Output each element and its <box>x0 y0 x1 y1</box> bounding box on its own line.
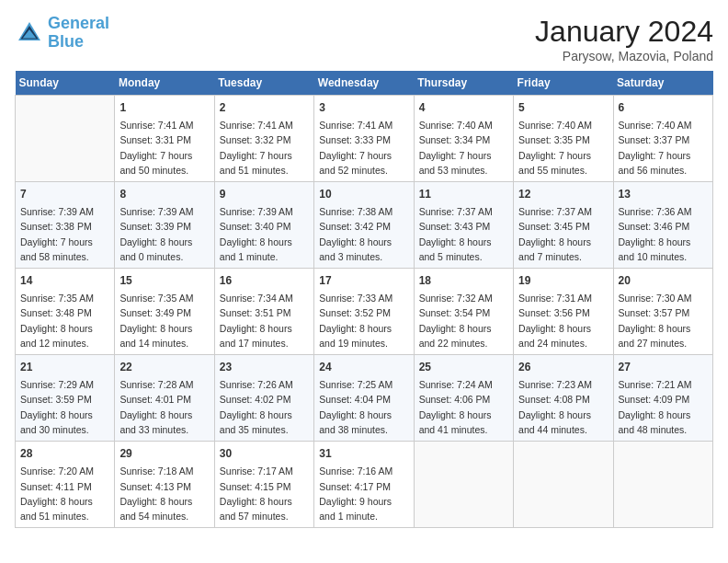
day-info: Sunrise: 7:17 AMSunset: 4:15 PMDaylight:… <box>220 464 309 523</box>
calendar-day-cell <box>414 442 513 528</box>
calendar-day-cell: 18Sunrise: 7:32 AMSunset: 3:54 PMDayligh… <box>414 269 513 355</box>
location-title: Parysow, Mazovia, Poland <box>535 49 713 63</box>
weekday-header: Friday <box>514 71 613 96</box>
day-info: Sunrise: 7:39 AMSunset: 3:40 PMDaylight:… <box>220 204 309 264</box>
day-number: 10 <box>319 186 408 202</box>
calendar-day-cell: 1Sunrise: 7:41 AMSunset: 3:31 PMDaylight… <box>115 96 214 182</box>
calendar-week-row: 7Sunrise: 7:39 AMSunset: 3:38 PMDaylight… <box>16 182 713 269</box>
day-number: 1 <box>119 99 209 116</box>
day-info: Sunrise: 7:37 AMSunset: 3:45 PMDaylight:… <box>518 204 608 264</box>
calendar-day-cell <box>613 442 712 528</box>
day-info: Sunrise: 7:23 AMSunset: 4:08 PMDaylight:… <box>518 377 608 437</box>
day-info: Sunrise: 7:38 AMSunset: 3:42 PMDaylight:… <box>319 204 408 264</box>
day-info: Sunrise: 7:21 AMSunset: 4:09 PMDaylight:… <box>619 377 708 437</box>
day-number: 4 <box>419 99 508 116</box>
day-number: 22 <box>119 359 209 375</box>
calendar-week-row: 1Sunrise: 7:41 AMSunset: 3:31 PMDaylight… <box>16 96 713 182</box>
day-info: Sunrise: 7:36 AMSunset: 3:46 PMDaylight:… <box>619 204 708 264</box>
calendar-day-cell: 7Sunrise: 7:39 AMSunset: 3:38 PMDaylight… <box>16 182 115 269</box>
calendar-day-cell: 17Sunrise: 7:33 AMSunset: 3:52 PMDayligh… <box>314 269 414 355</box>
month-title: January 2024 <box>535 15 713 49</box>
day-number: 8 <box>119 186 209 202</box>
calendar-day-cell <box>16 96 115 182</box>
day-number: 20 <box>619 272 708 289</box>
calendar-day-cell: 27Sunrise: 7:21 AMSunset: 4:09 PMDayligh… <box>613 355 712 442</box>
weekday-header: Saturday <box>613 71 712 96</box>
day-number: 27 <box>619 359 708 375</box>
calendar-day-cell: 31Sunrise: 7:16 AMSunset: 4:17 PMDayligh… <box>314 442 414 528</box>
day-info: Sunrise: 7:39 AMSunset: 3:38 PMDaylight:… <box>20 204 109 264</box>
day-number: 23 <box>220 359 309 375</box>
calendar-day-cell: 23Sunrise: 7:26 AMSunset: 4:02 PMDayligh… <box>214 355 313 442</box>
day-number: 9 <box>220 186 309 202</box>
day-number: 24 <box>319 359 408 375</box>
calendar-day-cell: 6Sunrise: 7:40 AMSunset: 3:37 PMDaylight… <box>613 96 712 182</box>
day-number: 19 <box>518 272 608 289</box>
day-info: Sunrise: 7:35 AMSunset: 3:48 PMDaylight:… <box>20 291 109 350</box>
day-info: Sunrise: 7:40 AMSunset: 3:37 PMDaylight:… <box>619 118 708 178</box>
day-info: Sunrise: 7:20 AMSunset: 4:11 PMDaylight:… <box>20 464 109 523</box>
calendar-day-cell: 28Sunrise: 7:20 AMSunset: 4:11 PMDayligh… <box>16 442 115 528</box>
calendar-day-cell: 10Sunrise: 7:38 AMSunset: 3:42 PMDayligh… <box>314 182 414 269</box>
calendar-day-cell: 8Sunrise: 7:39 AMSunset: 3:39 PMDaylight… <box>115 182 214 269</box>
calendar-day-cell: 19Sunrise: 7:31 AMSunset: 3:56 PMDayligh… <box>514 269 613 355</box>
weekday-header: Tuesday <box>214 71 313 96</box>
calendar-day-cell: 3Sunrise: 7:41 AMSunset: 3:33 PMDaylight… <box>314 96 414 182</box>
day-info: Sunrise: 7:32 AMSunset: 3:54 PMDaylight:… <box>419 291 508 350</box>
day-info: Sunrise: 7:41 AMSunset: 3:33 PMDaylight:… <box>319 118 408 178</box>
day-number: 26 <box>518 359 608 375</box>
day-number: 2 <box>220 99 309 116</box>
day-info: Sunrise: 7:31 AMSunset: 3:56 PMDaylight:… <box>518 291 608 350</box>
calendar-day-cell: 5Sunrise: 7:40 AMSunset: 3:35 PMDaylight… <box>514 96 613 182</box>
calendar-day-cell: 25Sunrise: 7:24 AMSunset: 4:06 PMDayligh… <box>414 355 513 442</box>
day-info: Sunrise: 7:40 AMSunset: 3:35 PMDaylight:… <box>518 118 608 178</box>
calendar-table: SundayMondayTuesdayWednesdayThursdayFrid… <box>15 71 713 528</box>
calendar-day-cell <box>514 442 613 528</box>
day-info: Sunrise: 7:26 AMSunset: 4:02 PMDaylight:… <box>220 377 309 437</box>
day-number: 18 <box>419 272 508 289</box>
day-info: Sunrise: 7:40 AMSunset: 3:34 PMDaylight:… <box>419 118 508 178</box>
calendar-header-row: SundayMondayTuesdayWednesdayThursdayFrid… <box>16 71 713 96</box>
day-info: Sunrise: 7:35 AMSunset: 3:49 PMDaylight:… <box>119 291 209 350</box>
calendar-week-row: 21Sunrise: 7:29 AMSunset: 3:59 PMDayligh… <box>16 355 713 442</box>
calendar-day-cell: 20Sunrise: 7:30 AMSunset: 3:57 PMDayligh… <box>613 269 712 355</box>
day-number: 17 <box>319 272 408 289</box>
day-number: 5 <box>518 99 608 116</box>
calendar-day-cell: 29Sunrise: 7:18 AMSunset: 4:13 PMDayligh… <box>115 442 214 528</box>
day-info: Sunrise: 7:16 AMSunset: 4:17 PMDaylight:… <box>319 464 408 523</box>
calendar-week-row: 28Sunrise: 7:20 AMSunset: 4:11 PMDayligh… <box>16 442 713 528</box>
day-number: 28 <box>20 445 109 462</box>
day-number: 3 <box>319 99 408 116</box>
calendar-day-cell: 12Sunrise: 7:37 AMSunset: 3:45 PMDayligh… <box>514 182 613 269</box>
day-number: 7 <box>20 186 109 202</box>
weekday-header: Monday <box>115 71 214 96</box>
day-number: 12 <box>518 186 608 202</box>
calendar-day-cell: 24Sunrise: 7:25 AMSunset: 4:04 PMDayligh… <box>314 355 414 442</box>
day-number: 13 <box>619 186 708 202</box>
day-info: Sunrise: 7:29 AMSunset: 3:59 PMDaylight:… <box>20 377 109 437</box>
calendar-week-row: 14Sunrise: 7:35 AMSunset: 3:48 PMDayligh… <box>16 269 713 355</box>
calendar-day-cell: 11Sunrise: 7:37 AMSunset: 3:43 PMDayligh… <box>414 182 513 269</box>
day-info: Sunrise: 7:28 AMSunset: 4:01 PMDaylight:… <box>119 377 209 437</box>
weekday-header: Wednesday <box>314 71 414 96</box>
day-number: 30 <box>220 445 309 462</box>
calendar-day-cell: 13Sunrise: 7:36 AMSunset: 3:46 PMDayligh… <box>613 182 712 269</box>
calendar-day-cell: 9Sunrise: 7:39 AMSunset: 3:40 PMDaylight… <box>214 182 313 269</box>
calendar-day-cell: 4Sunrise: 7:40 AMSunset: 3:34 PMDaylight… <box>414 96 513 182</box>
logo-text: General Blue <box>48 15 109 52</box>
calendar-day-cell: 2Sunrise: 7:41 AMSunset: 3:32 PMDaylight… <box>214 96 313 182</box>
logo-icon <box>15 18 44 48</box>
day-info: Sunrise: 7:24 AMSunset: 4:06 PMDaylight:… <box>419 377 508 437</box>
calendar-day-cell: 16Sunrise: 7:34 AMSunset: 3:51 PMDayligh… <box>214 269 313 355</box>
day-number: 14 <box>20 272 109 289</box>
day-info: Sunrise: 7:41 AMSunset: 3:32 PMDaylight:… <box>220 118 309 178</box>
day-info: Sunrise: 7:30 AMSunset: 3:57 PMDaylight:… <box>619 291 708 350</box>
weekday-header: Sunday <box>16 71 115 96</box>
day-number: 11 <box>419 186 508 202</box>
day-number: 31 <box>319 445 408 462</box>
page-header: General Blue January 2024 Parysow, Mazov… <box>15 15 713 63</box>
calendar-day-cell: 22Sunrise: 7:28 AMSunset: 4:01 PMDayligh… <box>115 355 214 442</box>
day-info: Sunrise: 7:39 AMSunset: 3:39 PMDaylight:… <box>119 204 209 264</box>
day-info: Sunrise: 7:37 AMSunset: 3:43 PMDaylight:… <box>419 204 508 264</box>
weekday-header: Thursday <box>414 71 513 96</box>
